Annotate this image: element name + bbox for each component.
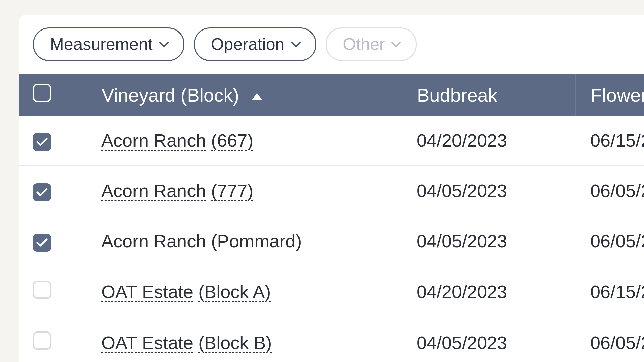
row-vineyard-cell: Acorn Ranch (777) [86, 166, 401, 216]
vineyard-block-link[interactable]: (667) [211, 130, 253, 150]
header-budbreak-label: Budbreak [417, 84, 497, 106]
chevron-down-icon [159, 41, 169, 47]
vineyard-table: Vineyard (Block) Budbreak Flowering Acor… [19, 74, 644, 362]
sort-asc-icon [250, 92, 264, 102]
row-checkbox-cell [19, 266, 86, 317]
table-row: OAT Estate (Block B)04/05/202306/05/2023 [19, 317, 644, 362]
row-checkbox[interactable] [33, 281, 51, 299]
filter-operation-label: Operation [211, 35, 285, 54]
row-checkbox[interactable] [33, 234, 51, 252]
row-budbreak: 04/20/2023 [401, 266, 576, 317]
vineyard-block-link[interactable]: (777) [211, 181, 253, 201]
filter-other[interactable]: Other [326, 27, 417, 61]
vineyard-block-link[interactable]: (Block A) [198, 282, 271, 302]
filter-measurement-label: Measurement [50, 35, 153, 54]
row-checkbox-cell [19, 317, 86, 362]
header-budbreak[interactable]: Budbreak [401, 74, 576, 116]
row-vineyard-cell: OAT Estate (Block A) [86, 266, 401, 317]
vineyard-link[interactable]: Acorn Ranch [101, 181, 206, 201]
row-checkbox[interactable] [33, 183, 51, 201]
row-checkbox-cell [19, 216, 86, 266]
header-flowering-label: Flowering [591, 84, 644, 106]
row-checkbox[interactable] [33, 331, 51, 350]
filter-operation[interactable]: Operation [194, 27, 317, 61]
vineyard-block-link[interactable]: (Pommard) [211, 231, 302, 251]
table-row: Acorn Ranch (667)04/20/202306/15/2023 [19, 116, 644, 166]
select-all-checkbox[interactable] [33, 84, 51, 102]
vineyard-link[interactable]: OAT Estate [101, 282, 193, 302]
row-vineyard-cell: Acorn Ranch (Pommard) [86, 216, 401, 266]
svg-marker-0 [252, 93, 262, 100]
table-row: Acorn Ranch (777)04/05/202306/05/2023 [19, 166, 644, 216]
row-budbreak: 04/05/2023 [401, 216, 576, 266]
header-vineyard[interactable]: Vineyard (Block) [86, 74, 401, 116]
chevron-down-icon [391, 41, 401, 47]
filter-bar: Measurement Operation Other [19, 15, 644, 74]
chevron-down-icon [291, 41, 301, 47]
row-flowering: 06/05/2023 [576, 317, 644, 362]
row-flowering: 06/05/2023 [576, 166, 644, 216]
vineyard-block-link[interactable]: (Block B) [198, 333, 272, 353]
row-flowering: 06/05/2023 [576, 216, 644, 266]
row-budbreak: 04/05/2023 [401, 317, 576, 362]
filter-other-label: Other [343, 35, 385, 54]
table-row: Acorn Ranch (Pommard)04/05/202306/05/202… [19, 216, 644, 266]
row-flowering: 06/15/2023 [576, 266, 644, 317]
row-budbreak: 04/05/2023 [401, 166, 576, 216]
row-checkbox-cell [19, 116, 86, 166]
row-vineyard-cell: OAT Estate (Block B) [86, 317, 401, 362]
header-vineyard-label: Vineyard (Block) [102, 84, 239, 106]
row-checkbox-cell [19, 166, 86, 216]
vineyard-link[interactable]: OAT Estate [101, 333, 193, 353]
vineyard-link[interactable]: Acorn Ranch [101, 130, 206, 150]
row-checkbox[interactable] [33, 133, 51, 151]
row-flowering: 06/15/2023 [576, 116, 644, 166]
filter-measurement[interactable]: Measurement [33, 27, 184, 61]
header-flowering[interactable]: Flowering [576, 74, 644, 116]
row-budbreak: 04/20/2023 [401, 116, 576, 166]
header-select-all[interactable] [19, 74, 86, 116]
table-row: OAT Estate (Block A)04/20/202306/15/2023 [19, 266, 644, 317]
vineyard-link[interactable]: Acorn Ranch [101, 231, 206, 251]
row-vineyard-cell: Acorn Ranch (667) [86, 116, 401, 166]
